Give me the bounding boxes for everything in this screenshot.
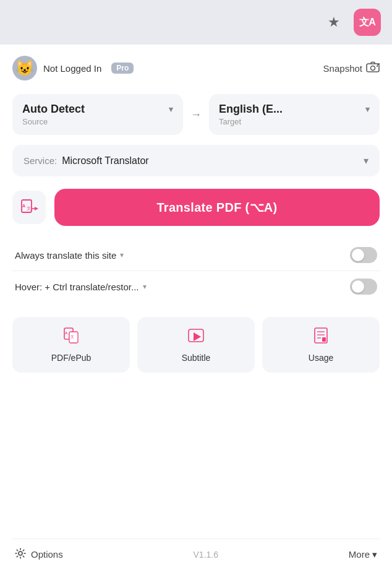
hover-translate-chevron-icon: ▾ bbox=[143, 282, 147, 291]
usage-icon bbox=[312, 327, 330, 348]
pdf-epub-label: PDF/ePub bbox=[51, 353, 92, 363]
always-translate-toggle[interactable] bbox=[350, 247, 377, 263]
svg-text:文: 文 bbox=[27, 206, 31, 210]
pdf-icon-box[interactable]: A 文 bbox=[12, 191, 46, 224]
toggle-section: Always translate this site ▾ Hover: + Ct… bbox=[12, 240, 380, 302]
pro-badge: Pro bbox=[111, 63, 134, 74]
source-language-box[interactable]: Auto Detect ▾ Source bbox=[12, 94, 183, 135]
usage-button[interactable]: Usage bbox=[262, 317, 380, 373]
snapshot-button[interactable]: Snapshot bbox=[323, 61, 380, 76]
translate-icon-button[interactable]: 文A bbox=[354, 9, 381, 36]
svg-text:文: 文 bbox=[70, 334, 74, 339]
gear-icon bbox=[15, 548, 26, 561]
service-chevron-icon: ▾ bbox=[364, 155, 369, 167]
subtitle-icon bbox=[187, 327, 205, 348]
translate-row: A 文 Translate PDF (⌥A) bbox=[12, 189, 380, 226]
subtitle-button[interactable]: Subtitle bbox=[137, 317, 255, 373]
target-chevron-icon: ▾ bbox=[365, 105, 370, 114]
always-translate-label[interactable]: Always translate this site ▾ bbox=[15, 250, 124, 261]
target-language-sublabel: Target bbox=[219, 117, 370, 126]
hover-translate-row: Hover: + Ctrl translate/restor... ▾ bbox=[12, 271, 380, 302]
more-button[interactable]: More ▾ bbox=[349, 549, 377, 560]
service-left: Service: Microsoft Translator bbox=[23, 155, 149, 167]
pdf-epub-icon: A 文 文 bbox=[62, 327, 80, 348]
header-row: 😺 Not Logged In Pro Snapshot bbox=[12, 56, 380, 80]
svg-rect-2 bbox=[377, 66, 378, 67]
source-language-sublabel: Source bbox=[22, 117, 173, 126]
not-logged-in-label: Not Logged In bbox=[43, 63, 101, 74]
svg-point-1 bbox=[371, 66, 375, 70]
service-selector[interactable]: Service: Microsoft Translator ▾ bbox=[12, 145, 380, 176]
subtitle-label: Subtitle bbox=[182, 353, 211, 363]
footer: Options V1.1.6 More ▾ bbox=[12, 539, 380, 567]
version-label: V1.1.6 bbox=[194, 550, 218, 560]
service-name-label: Microsoft Translator bbox=[62, 155, 148, 167]
target-language-box[interactable]: English (E... ▾ Target bbox=[209, 94, 380, 135]
user-info: 😺 Not Logged In Pro bbox=[12, 56, 134, 80]
top-bar: ★ 文A bbox=[0, 0, 392, 45]
svg-marker-14 bbox=[194, 332, 201, 341]
target-language-label: English (E... bbox=[219, 103, 283, 116]
source-chevron-icon: ▾ bbox=[169, 105, 173, 114]
always-translate-chevron-icon: ▾ bbox=[120, 251, 124, 259]
snapshot-label: Snapshot bbox=[323, 63, 362, 74]
bottom-buttons: A 文 文 PDF/ePub Subtitle bbox=[12, 317, 380, 373]
svg-point-20 bbox=[19, 552, 22, 555]
svg-text:A: A bbox=[22, 204, 25, 208]
always-translate-row: Always translate this site ▾ bbox=[12, 240, 380, 271]
source-language-label: Auto Detect bbox=[22, 103, 85, 116]
language-row: Auto Detect ▾ Source → English (E... ▾ T… bbox=[12, 94, 380, 135]
service-static-label: Service: bbox=[23, 155, 57, 166]
main-panel: 😺 Not Logged In Pro Snapshot bbox=[0, 45, 392, 567]
star-icon[interactable]: ★ bbox=[323, 11, 345, 33]
more-chevron-icon: ▾ bbox=[372, 549, 377, 560]
options-button[interactable]: Options bbox=[15, 548, 63, 561]
svg-rect-19 bbox=[322, 337, 326, 342]
translate-pdf-button[interactable]: Translate PDF (⌥A) bbox=[54, 189, 380, 226]
hover-translate-toggle[interactable] bbox=[350, 279, 377, 295]
pdf-translate-icon: A 文 bbox=[19, 197, 39, 217]
snapshot-icon bbox=[366, 61, 380, 76]
hover-translate-label[interactable]: Hover: + Ctrl translate/restor... ▾ bbox=[15, 282, 147, 292]
pdf-epub-button[interactable]: A 文 文 PDF/ePub bbox=[12, 317, 130, 373]
avatar: 😺 bbox=[12, 56, 37, 80]
language-arrow-icon: → bbox=[190, 108, 202, 121]
usage-label: Usage bbox=[309, 353, 333, 363]
